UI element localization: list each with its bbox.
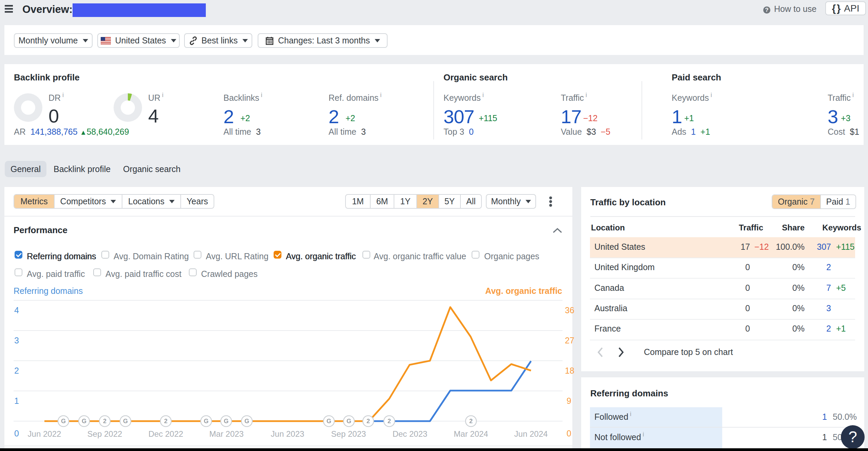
svg-text:Sep 2022: Sep 2022 <box>87 429 122 438</box>
svg-text:0: 0 <box>14 429 19 438</box>
svg-text:G: G <box>347 418 351 425</box>
svg-text:Jun 2022: Jun 2022 <box>28 429 61 438</box>
svg-text:G: G <box>123 418 128 425</box>
svg-text:Dec 2022: Dec 2022 <box>149 429 183 438</box>
svg-text:36: 36 <box>565 305 574 315</box>
svg-text:Dec 2023: Dec 2023 <box>393 429 428 438</box>
svg-text:G: G <box>82 418 86 425</box>
svg-text:2: 2 <box>367 418 370 425</box>
svg-text:G: G <box>204 418 209 425</box>
svg-text:G: G <box>61 418 66 425</box>
svg-text:Mar 2023: Mar 2023 <box>209 429 243 438</box>
svg-text:3: 3 <box>14 336 19 345</box>
svg-text:2: 2 <box>388 418 391 425</box>
svg-text:Jun 2024: Jun 2024 <box>514 429 548 438</box>
svg-text:G: G <box>244 418 249 425</box>
svg-text:0: 0 <box>567 429 571 438</box>
svg-text:G: G <box>224 418 229 425</box>
svg-text:1: 1 <box>14 396 19 406</box>
svg-text:Sep 2023: Sep 2023 <box>331 429 366 438</box>
svg-text:Mar 2024: Mar 2024 <box>454 429 488 438</box>
svg-text:18: 18 <box>565 366 574 375</box>
svg-text:4: 4 <box>14 305 19 315</box>
svg-text:2: 2 <box>14 366 19 375</box>
svg-text:9: 9 <box>567 396 571 406</box>
svg-text:2: 2 <box>164 418 167 425</box>
svg-text:2: 2 <box>103 418 106 425</box>
svg-text:Jun 2023: Jun 2023 <box>271 429 304 438</box>
svg-text:2: 2 <box>469 418 473 425</box>
svg-text:27: 27 <box>565 336 574 345</box>
svg-text:G: G <box>327 418 331 425</box>
